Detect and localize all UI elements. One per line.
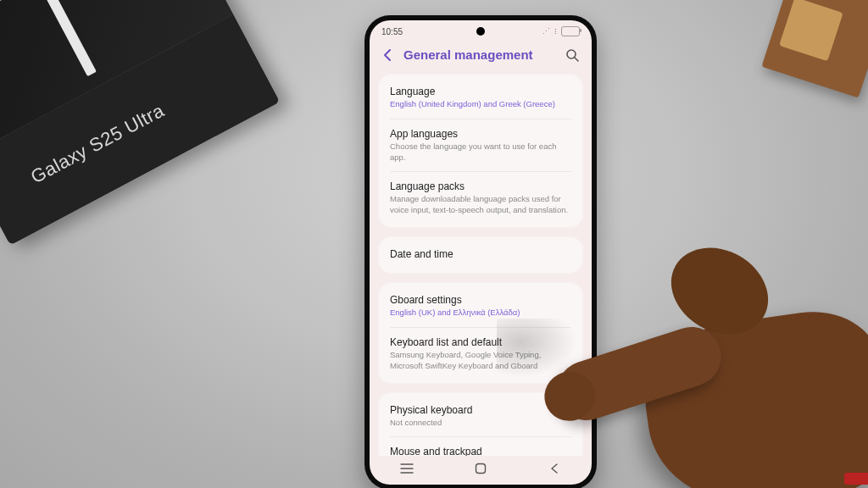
nav-recents-button[interactable] [398, 463, 415, 474]
back-button[interactable] [378, 48, 397, 62]
row-sub: Samsung Keyboard, Google Voice Typing, M… [390, 350, 571, 372]
row-label: Keyboard list and default [390, 336, 571, 348]
signal-icon: ⫶ [554, 27, 558, 36]
row-label: Language packs [390, 180, 571, 192]
wooden-blocks [761, 0, 868, 98]
row-label: Language [390, 86, 571, 97]
settings-row-physical-keyboard[interactable]: Physical keyboard Not connected [390, 396, 571, 438]
row-label: App languages [390, 128, 571, 140]
settings-row-language-packs[interactable]: Language packs Manage downloadable langu… [390, 172, 571, 225]
nav-home-button[interactable] [472, 463, 489, 474]
desk-surface: Galaxy S25 Ultra 10:55 ⋰ ⫶ [0, 0, 868, 488]
settings-row-mouse-trackpad[interactable]: Mouse and trackpad [390, 437, 571, 456]
settings-group: Language English (United Kingdom) and Gr… [378, 74, 583, 228]
row-sub: Manage downloadable language packs used … [390, 194, 571, 216]
product-box: Galaxy S25 Ultra [0, 0, 280, 245]
row-label: Physical keyboard [390, 404, 571, 416]
settings-row-app-languages[interactable]: App languages Choose the language you wa… [390, 119, 571, 173]
row-sub: Choose the language you want to use for … [390, 141, 571, 164]
settings-row-language[interactable]: Language English (United Kingdom) and Gr… [390, 77, 571, 119]
row-label: Date and time [390, 248, 571, 260]
phone-frame: 10:55 ⋰ ⫶ General management [364, 15, 597, 488]
row-sub: English (United Kingdom) and Greek (Gree… [390, 99, 571, 110]
search-button[interactable] [563, 48, 581, 62]
status-indicators: ⋰ ⫶ [542, 26, 580, 36]
wifi-icon: ⋰ [542, 27, 550, 36]
phone-screen: 10:55 ⋰ ⫶ General management [370, 20, 592, 485]
nav-bar [370, 456, 592, 485]
settings-group: Gboard settings English (UK) and Ελληνικ… [378, 282, 583, 383]
red-tag [844, 473, 868, 485]
camera-punch-hole [476, 27, 485, 36]
row-sub: Not connected [390, 418, 571, 429]
battery-icon [561, 26, 580, 36]
settings-row-gboard[interactable]: Gboard settings English (UK) and Ελληνικ… [390, 286, 571, 328]
svg-rect-5 [476, 464, 485, 474]
page-header: General management [370, 42, 592, 74]
nav-back-button[interactable] [546, 463, 563, 474]
row-label: Gboard settings [390, 294, 571, 306]
row-sub: English (UK) and Ελληνικά (Ελλάδα) [390, 308, 571, 319]
settings-group: Date and time [378, 236, 583, 274]
settings-group: Physical keyboard Not connected Mouse an… [378, 392, 583, 457]
status-time: 10:55 [381, 27, 403, 36]
settings-row-date-time[interactable]: Date and time [390, 240, 571, 270]
settings-content[interactable]: Language English (United Kingdom) and Gr… [370, 74, 592, 456]
box-graphic-bar [43, 0, 96, 76]
svg-line-1 [575, 58, 578, 61]
page-title: General management [403, 47, 556, 62]
settings-row-keyboard-list[interactable]: Keyboard list and default Samsung Keyboa… [390, 328, 571, 380]
row-label: Mouse and trackpad [390, 446, 571, 456]
